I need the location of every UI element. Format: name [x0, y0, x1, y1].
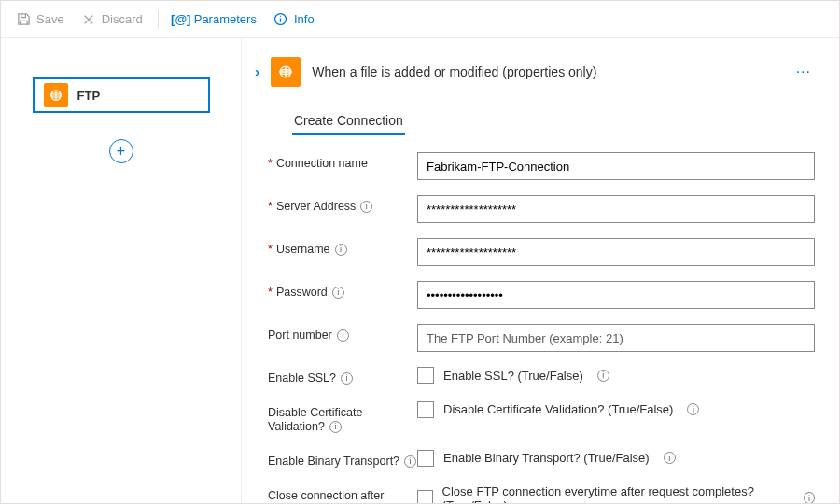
more-actions-button[interactable]: ···	[792, 63, 815, 80]
info-label: Info	[294, 12, 315, 26]
info-icon[interactable]: i	[664, 452, 676, 464]
toolbar: Save Discard [@] Parameters Info	[1, 1, 839, 38]
ftp-connector-icon	[271, 57, 301, 87]
label-password: Password	[268, 286, 328, 299]
port-number-input[interactable]	[417, 324, 815, 352]
info-button[interactable]: Info	[268, 8, 320, 31]
save-icon	[16, 12, 31, 27]
label-port-number: Port number	[268, 329, 332, 342]
info-icon[interactable]: i	[804, 492, 815, 503]
label-disable-cert: Disable Certificate Validation?	[268, 406, 362, 434]
connection-name-input[interactable]	[417, 152, 815, 180]
disable-cert-checkbox[interactable]	[417, 401, 434, 418]
info-icon	[273, 12, 288, 27]
parameters-button[interactable]: [@] Parameters	[168, 8, 262, 31]
label-connection-name: Connection name	[268, 157, 368, 170]
plus-icon: +	[117, 143, 125, 160]
label-username: Username	[268, 243, 330, 256]
pane-title: When a file is added or modified (proper…	[312, 64, 596, 79]
ftp-connector-icon	[44, 83, 68, 107]
pane-header: ›› When a file is added or modified (pro…	[251, 57, 815, 87]
trigger-node-label: FTP	[77, 89, 101, 103]
info-icon[interactable]: i	[360, 201, 372, 213]
label-server-address: Server Address	[268, 200, 356, 213]
save-button: Save	[10, 8, 70, 31]
info-icon[interactable]: i	[687, 403, 699, 415]
info-icon[interactable]: i	[337, 329, 349, 342]
info-icon[interactable]: i	[597, 370, 609, 382]
info-icon[interactable]: i	[332, 287, 344, 299]
label-close-connection: Close connection after request completio…	[268, 489, 384, 504]
discard-icon	[81, 12, 96, 27]
save-label: Save	[36, 12, 64, 26]
enable-ssl-inline-label: Enable SSL? (True/False)	[443, 369, 583, 383]
disable-cert-inline-label: Disable Certificate Validation? (True/Fa…	[443, 402, 673, 416]
designer-canvas: FTP +	[1, 38, 242, 503]
svg-point-2	[280, 16, 281, 17]
close-connection-inline-label: Close FTP connection everytime after req…	[442, 484, 790, 504]
enable-binary-inline-label: Enable Binary Transport? (True/False)	[443, 451, 650, 465]
discard-label: Discard	[102, 12, 143, 26]
close-connection-checkbox[interactable]	[417, 490, 433, 504]
toolbar-separator	[158, 10, 159, 29]
add-step-button[interactable]: +	[109, 139, 133, 163]
info-icon[interactable]: i	[335, 244, 347, 256]
label-enable-binary: Enable Binary Transport?	[268, 455, 399, 468]
info-icon[interactable]: i	[329, 421, 342, 433]
info-icon[interactable]: i	[404, 455, 416, 468]
tab-create-connection[interactable]: Create Connection	[292, 107, 405, 135]
pane-tabs: Create Connection	[292, 107, 815, 135]
connection-form: Connection name Server Addressi Username…	[268, 152, 815, 503]
label-enable-ssl: Enable SSL?	[268, 371, 336, 385]
parameters-label: Parameters	[194, 12, 257, 26]
username-input[interactable]	[417, 238, 815, 266]
server-address-input[interactable]	[417, 195, 815, 223]
password-input[interactable]	[417, 281, 815, 309]
parameters-icon: [@]	[174, 12, 189, 27]
discard-button: Discard	[76, 8, 148, 31]
details-pane: ›› When a file is added or modified (pro…	[242, 38, 839, 503]
enable-ssl-checkbox[interactable]	[417, 367, 434, 384]
collapse-chevron-icon[interactable]: ››	[251, 64, 259, 79]
enable-binary-checkbox[interactable]	[417, 450, 434, 467]
trigger-node-ftp[interactable]: FTP	[33, 77, 210, 113]
info-icon[interactable]: i	[341, 372, 353, 385]
